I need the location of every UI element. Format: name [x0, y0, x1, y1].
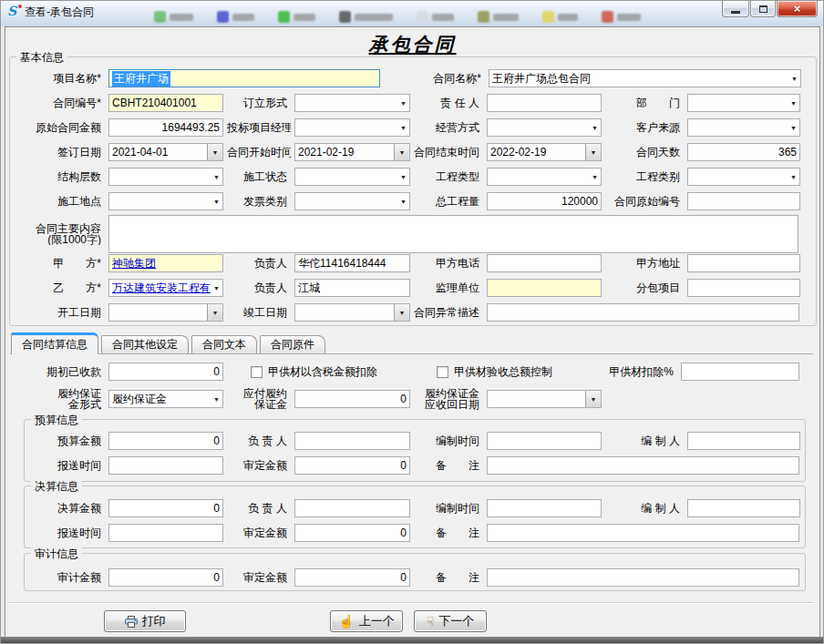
- bond-payable-input[interactable]: 0: [294, 390, 410, 408]
- tab-label: 合同文本: [202, 337, 246, 353]
- budget-amount-input[interactable]: 0: [108, 432, 223, 450]
- tab-settlement-info[interactable]: 合同结算信息: [11, 332, 98, 354]
- tab-contract-original[interactable]: 合同原件: [260, 335, 325, 353]
- contract-no-input[interactable]: CBHT210401001: [108, 94, 223, 112]
- party-a-address-label: 甲方地址: [605, 256, 684, 271]
- tab-other-settings[interactable]: 合同其他设定: [101, 335, 189, 353]
- project-type-label: 工程类型: [414, 169, 483, 185]
- form-row: 报送时间 审定金额 0 备 注: [10, 524, 813, 542]
- customer-source-combo[interactable]: ▼: [687, 118, 800, 137]
- invoice-class-label: 发票类别: [227, 194, 291, 210]
- dropdown-arrow-icon: ▼: [213, 174, 220, 180]
- checkbox-group: 甲供材验收总额控制: [437, 364, 575, 380]
- construction-site-combo[interactable]: ▼: [108, 192, 223, 210]
- tax-deduct-checkbox-label: 甲供材以含税金额扣除: [268, 364, 377, 380]
- department-combo[interactable]: ▼: [687, 94, 800, 112]
- final-amount-input[interactable]: 0: [108, 499, 223, 517]
- bid-manager-combo[interactable]: ▼: [294, 118, 410, 137]
- audit-approved-input[interactable]: 0: [294, 568, 410, 587]
- next-button[interactable]: ☟ 下一个: [414, 610, 487, 632]
- invoice-class-combo[interactable]: ▼: [294, 192, 410, 210]
- hand-down-icon: ☟: [427, 615, 435, 628]
- window-title: 查看-承包合同: [25, 5, 94, 20]
- form-row: 决算金额 0 负 责 人 编制时间 编 制 人: [10, 499, 813, 517]
- total-quantity-input[interactable]: 120000: [487, 192, 602, 210]
- end-time-picker[interactable]: 2022-02-19▼: [487, 143, 602, 161]
- audit-amount-input[interactable]: 0: [108, 568, 223, 587]
- form-row: 开工日期 ▼ 竣工日期 ▼ 合同异常描述: [10, 303, 813, 322]
- duty-person-input[interactable]: [487, 94, 602, 112]
- budget-compiler-input[interactable]: [687, 432, 800, 450]
- maximize-button[interactable]: [750, 1, 776, 17]
- tab-label: 合同原件: [271, 337, 314, 353]
- original-no-input[interactable]: [687, 192, 800, 210]
- calendar-dropdown-button[interactable]: ▼: [585, 144, 601, 160]
- budget-compile-time-input[interactable]: [487, 432, 602, 450]
- calendar-dropdown-button[interactable]: ▼: [394, 144, 409, 160]
- construction-status-label: 施工状态: [227, 169, 291, 185]
- final-remark-input[interactable]: [487, 524, 799, 542]
- days-input[interactable]: 365: [687, 143, 800, 161]
- project-type-combo[interactable]: ▼: [487, 168, 602, 186]
- budget-approved-input[interactable]: 0: [294, 456, 410, 475]
- tax-deduct-checkbox[interactable]: [251, 366, 263, 378]
- calendar-dropdown-button[interactable]: ▼: [394, 304, 409, 321]
- previous-button-label: 上一个: [359, 613, 395, 629]
- audit-amount-value: 0: [213, 571, 220, 584]
- calendar-dropdown-button[interactable]: ▼: [585, 391, 601, 407]
- final-approved-input[interactable]: 0: [294, 524, 410, 542]
- business-mode-combo[interactable]: ▼: [487, 118, 602, 137]
- tab-contract-text[interactable]: 合同文本: [191, 335, 257, 353]
- previous-button[interactable]: ☝ 上一个: [330, 610, 403, 632]
- structure-layers-combo[interactable]: ▼: [108, 168, 223, 186]
- deduct-percent-input[interactable]: [681, 363, 799, 381]
- budget-remark-input[interactable]: [487, 456, 799, 475]
- final-submit-time-input[interactable]: [108, 524, 223, 542]
- party-a-input[interactable]: 神驰集团: [108, 254, 223, 272]
- party-b-combo[interactable]: 万达建筑安装工程有▼: [108, 279, 223, 297]
- construction-status-combo[interactable]: ▼: [294, 168, 410, 186]
- abnormal-desc-input[interactable]: [487, 303, 799, 322]
- bond-return-date-picker[interactable]: ▼: [487, 390, 602, 408]
- calendar-dropdown-button[interactable]: ▼: [207, 304, 222, 321]
- sign-date-picker[interactable]: 2021-04-01▼: [108, 143, 223, 161]
- budget-leader-input[interactable]: [294, 432, 410, 450]
- print-button[interactable]: 打印: [104, 610, 186, 632]
- minimize-button[interactable]: [722, 1, 749, 17]
- contract-name-label: 合同名称*: [384, 71, 485, 87]
- minimize-icon: [731, 11, 740, 14]
- end-time-label: 合同结束时间: [414, 145, 483, 160]
- party-a-link[interactable]: 神驰集团: [112, 256, 156, 271]
- subcontract-input[interactable]: [687, 279, 800, 297]
- print-button-label: 打印: [142, 613, 166, 629]
- budget-submit-time-input[interactable]: [108, 456, 223, 475]
- window-bottom-border: [1, 637, 823, 643]
- party-b-leader-input[interactable]: 江城: [294, 279, 410, 297]
- supervision-unit-input[interactable]: [487, 279, 602, 297]
- party-a-address-input[interactable]: [687, 254, 800, 272]
- start-work-date-picker[interactable]: ▼: [108, 303, 223, 322]
- final-compile-time-input[interactable]: [487, 499, 602, 517]
- project-class-combo[interactable]: ▼: [687, 168, 800, 186]
- party-b-link[interactable]: 万达建筑安装工程有: [112, 281, 211, 296]
- calendar-dropdown-button[interactable]: ▼: [207, 144, 222, 160]
- contract-main-content-textarea[interactable]: [108, 215, 798, 253]
- initial-received-input[interactable]: 0: [108, 363, 223, 381]
- party-a-phone-input[interactable]: [487, 254, 602, 272]
- audit-remark-input[interactable]: [487, 568, 799, 587]
- original-amount-input[interactable]: 1694493.25: [108, 118, 223, 137]
- finish-date-picker[interactable]: ▼: [294, 303, 410, 322]
- final-leader-input[interactable]: [294, 499, 410, 517]
- contract-name-combo[interactable]: 王府井广场总包合同▼: [489, 69, 801, 87]
- total-control-checkbox[interactable]: [437, 366, 448, 378]
- audit-remark-label: 备 注: [414, 570, 483, 586]
- party-a-leader-input[interactable]: 华佗11416418444: [294, 254, 410, 272]
- sign-form-label: 订立形式: [227, 96, 291, 111]
- final-compiler-input[interactable]: [687, 499, 800, 517]
- project-name-input[interactable]: 王府井广场: [108, 69, 380, 87]
- budget-approved-value: 0: [400, 459, 407, 472]
- sign-form-combo[interactable]: ▼: [294, 94, 410, 112]
- start-time-picker[interactable]: 2021-02-19▼: [294, 143, 410, 161]
- close-button[interactable]: ×: [777, 1, 818, 17]
- bond-form-combo[interactable]: 履约保证金▼: [108, 390, 223, 408]
